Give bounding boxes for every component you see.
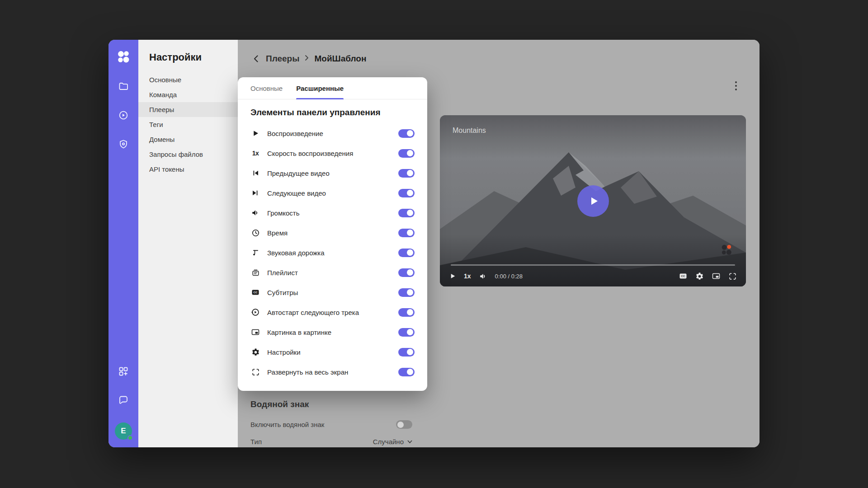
control-label: Звуковая дорожка bbox=[267, 249, 392, 257]
big-play-button[interactable] bbox=[577, 185, 609, 217]
speed-icon: 1x bbox=[250, 148, 260, 158]
autostart-toggle[interactable] bbox=[398, 308, 415, 317]
playlist-icon bbox=[250, 267, 260, 277]
breadcrumb: Плееры МойШаблон bbox=[251, 52, 366, 66]
subtitles-toggle[interactable] bbox=[398, 288, 415, 297]
player-subtitles-icon[interactable]: CC bbox=[679, 272, 688, 281]
pip-toggle[interactable] bbox=[398, 328, 415, 337]
time-icon bbox=[250, 228, 260, 238]
control-row-speed: 1x Скорость воспроизведения bbox=[250, 143, 415, 163]
control-label: Картинка в картинке bbox=[267, 328, 392, 336]
control-row-play: Воспроизведение bbox=[250, 123, 415, 143]
kinescope-watermark-logo bbox=[720, 243, 733, 258]
player-fullscreen-icon[interactable] bbox=[728, 272, 737, 281]
svg-text:CC: CC bbox=[681, 274, 685, 277]
video-player-preview: Mountains 1x bbox=[440, 115, 746, 286]
player-settings-icon[interactable] bbox=[695, 272, 704, 281]
next-icon bbox=[250, 188, 260, 198]
player-controls-bar: 1x 0:00 / 0:28 CC bbox=[440, 266, 746, 286]
control-row-time: Время bbox=[250, 223, 415, 243]
next-toggle[interactable] bbox=[398, 189, 415, 197]
time-toggle[interactable] bbox=[398, 229, 415, 237]
previous-toggle[interactable] bbox=[398, 169, 415, 178]
settings-icon bbox=[250, 347, 260, 357]
watermark-type-value: Случайно bbox=[373, 438, 404, 446]
watermark-type-label: Тип bbox=[250, 438, 262, 446]
modal-tabs: Основные Расширенные bbox=[238, 77, 427, 99]
user-avatar[interactable]: E bbox=[115, 422, 132, 440]
audio-track-icon bbox=[250, 248, 260, 258]
folder-icon[interactable] bbox=[118, 80, 129, 92]
nav-item-pleery[interactable]: Плееры bbox=[138, 102, 238, 117]
play-icon bbox=[250, 128, 260, 138]
player-play-icon[interactable] bbox=[449, 272, 456, 280]
previous-icon bbox=[250, 168, 260, 178]
control-label: Субтитры bbox=[267, 289, 392, 296]
watermark-enable-toggle[interactable] bbox=[396, 420, 412, 429]
tab-rasshirennye[interactable]: Расширенные bbox=[296, 77, 344, 99]
app-window: E Настройки Основные Команда Плееры Теги… bbox=[108, 40, 760, 447]
settings-nav-list: Основные Команда Плееры Теги Домены Запр… bbox=[138, 72, 238, 177]
settings-toggle[interactable] bbox=[398, 348, 415, 357]
more-options-button[interactable] bbox=[731, 80, 741, 91]
control-row-audio-track: Звуковая дорожка bbox=[250, 243, 415, 263]
subtitles-icon: CC bbox=[250, 287, 260, 297]
control-row-settings: Настройки bbox=[250, 342, 415, 362]
player-volume-icon[interactable] bbox=[479, 272, 487, 281]
control-row-fullscreen: Развернуть на весь экран bbox=[250, 362, 415, 382]
volume-icon bbox=[250, 208, 260, 218]
watermark-type-select[interactable]: Случайно bbox=[373, 438, 412, 446]
back-chevron-icon[interactable] bbox=[251, 54, 260, 63]
control-label: Развернуть на весь экран bbox=[267, 368, 392, 376]
settings-title: Настройки bbox=[138, 40, 238, 63]
control-row-playlist: Плейлист bbox=[250, 263, 415, 282]
control-label: Скорость воспроизведения bbox=[267, 150, 392, 157]
breadcrumb-current: МойШаблон bbox=[314, 54, 366, 64]
playlist-toggle[interactable] bbox=[398, 268, 415, 277]
control-row-autostart: Автостарт следующего трека bbox=[250, 302, 415, 322]
autostart-icon bbox=[250, 307, 260, 317]
settings-nav-panel: Настройки Основные Команда Плееры Теги Д… bbox=[138, 40, 238, 447]
nav-item-zaprosy-failov[interactable]: Запросы файлов bbox=[138, 147, 238, 162]
chevron-down-icon bbox=[407, 440, 412, 444]
shield-icon[interactable] bbox=[118, 138, 129, 150]
modal-heading: Элементы панели управления bbox=[250, 108, 415, 117]
player-top-shade bbox=[440, 115, 746, 158]
control-label: Воспроизведение bbox=[267, 130, 392, 137]
control-label: Громкость bbox=[267, 209, 392, 217]
audio-track-toggle[interactable] bbox=[398, 249, 415, 257]
player-speed-button[interactable]: 1x bbox=[464, 272, 471, 280]
pip-icon bbox=[250, 327, 260, 337]
play-circle-icon[interactable] bbox=[118, 109, 129, 121]
online-status-dot bbox=[127, 435, 133, 441]
tab-osnovnye[interactable]: Основные bbox=[250, 77, 283, 99]
apps-grid-icon[interactable] bbox=[118, 366, 129, 377]
control-label: Настройки bbox=[267, 348, 392, 356]
player-pip-icon[interactable] bbox=[712, 272, 721, 281]
breadcrumb-parent[interactable]: Плееры bbox=[266, 54, 299, 64]
fullscreen-icon bbox=[250, 367, 260, 377]
nav-item-osnovnye[interactable]: Основные bbox=[138, 72, 238, 87]
watermark-section: Водяной знак Включить водяной знак Тип С… bbox=[250, 399, 412, 446]
control-row-pip: Картинка в картинке bbox=[250, 322, 415, 342]
volume-toggle[interactable] bbox=[398, 209, 415, 217]
nav-item-komanda[interactable]: Команда bbox=[138, 87, 238, 102]
play-toggle[interactable] bbox=[398, 129, 415, 138]
fullscreen-toggle[interactable] bbox=[398, 368, 415, 376]
video-title: Mountains bbox=[453, 127, 486, 135]
control-label: Плейлист bbox=[267, 269, 392, 277]
control-label: Автостарт следующего трека bbox=[267, 309, 392, 316]
control-label: Следующее видео bbox=[267, 189, 392, 197]
nav-item-domeny[interactable]: Домены bbox=[138, 132, 238, 147]
speed-toggle[interactable] bbox=[398, 149, 415, 158]
player-settings-modal: Основные Расширенные Элементы панели упр… bbox=[238, 77, 427, 391]
nav-item-api-tokeny[interactable]: API токены bbox=[138, 162, 238, 177]
svg-text:CC: CC bbox=[253, 291, 258, 294]
chat-icon[interactable] bbox=[118, 394, 129, 406]
nav-item-tegi[interactable]: Теги bbox=[138, 117, 238, 132]
avatar-letter: E bbox=[121, 427, 126, 436]
control-row-volume: Громкость bbox=[250, 203, 415, 223]
watermark-heading: Водяной знак bbox=[250, 399, 412, 409]
kinescope-logo-icon bbox=[116, 49, 131, 66]
icon-sidebar: E bbox=[108, 40, 138, 447]
